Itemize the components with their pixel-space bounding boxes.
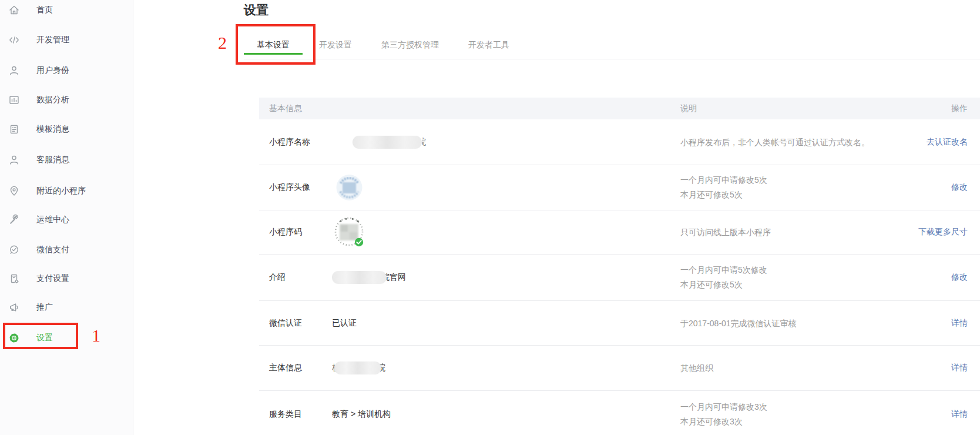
sidebar-item-label: 开发管理 (36, 35, 69, 45)
sidebar-item-dev-management[interactable]: 开发管理 (0, 30, 133, 50)
tab-basic-settings[interactable]: 基本设置 (244, 32, 303, 59)
wechat-pay-icon (8, 244, 20, 256)
row-description: 其他组织 (680, 361, 713, 376)
row-label: 主体信息 (269, 363, 302, 373)
sidebar-item-wechat-pay[interactable]: 微信支付 (0, 240, 133, 260)
table-row-wechat-verification: 微信认证 已认证 于2017-08-01完成微信认证审核 详情 (259, 301, 980, 346)
sidebar-item-label: 推广 (36, 302, 53, 313)
sidebar-item-label: 支付设置 (36, 273, 69, 284)
table-header: 基本信息 说明 操作 (259, 98, 980, 119)
page-title: 设置 (244, 2, 269, 18)
tab-developer-tools[interactable]: 开发者工具 (455, 32, 522, 59)
wrench-icon (8, 214, 20, 226)
category-details-link[interactable]: 详情 (951, 409, 968, 420)
payment-settings-icon (8, 273, 20, 285)
table-row-entity-info: 主体信息 杭院 其他组织 详情 (259, 346, 980, 391)
sidebar-item-data-analysis[interactable]: 数据分析 (0, 90, 133, 110)
sidebar-item-label: 模板消息 (36, 124, 69, 135)
megaphone-icon (8, 302, 20, 313)
sidebar-item-customer-service[interactable]: 客服消息 (0, 150, 133, 170)
table-row-miniprogram-name: 小程序名称 院 小程序发布后，非个人类帐号可通过认证方式改名。 去认证改名 (259, 119, 980, 165)
table-row-miniprogram-avatar: 小程序头像 一个月内可申请修改5次 本月还可修改5次 修改 (259, 165, 980, 210)
tab-bar-divider (244, 59, 980, 59)
qrcode-blurred (333, 216, 365, 248)
sidebar-item-ops-center[interactable]: 运维中心 (0, 210, 133, 230)
customer-service-icon (8, 154, 20, 166)
row-description: 小程序发布后，非个人类帐号可通过认证方式改名。 (680, 135, 870, 149)
sidebar: 首页 开发管理 用户身份 数据分析 模板消息 (0, 0, 133, 435)
blurred-intro-pill (332, 271, 387, 284)
table-row-introduction: 介绍 院官网 一个月内可申请5次修改 本月还可修改5次 修改 (259, 255, 980, 301)
template-message-icon (8, 123, 20, 135)
service-category-value: 教育 > 培训机构 (332, 409, 391, 420)
home-icon (8, 4, 20, 16)
basic-info-table: 基本信息 说明 操作 小程序名称 院 小程序发布后，非个人类帐号可通过认证方式改… (259, 98, 980, 435)
miniprogram-avatar-image (336, 175, 363, 201)
chart-icon (8, 94, 20, 106)
go-verify-rename-link[interactable]: 去认证改名 (927, 137, 968, 148)
sidebar-item-label: 用户身份 (36, 65, 69, 76)
wechat-mp-settings-page: 首页 开发管理 用户身份 数据分析 模板消息 (0, 0, 980, 435)
entity-details-link[interactable]: 详情 (951, 363, 968, 373)
annotation-number-2: 2 (218, 34, 227, 52)
tab-dev-settings[interactable]: 开发设置 (306, 32, 365, 59)
annotation-number-1: 1 (92, 327, 100, 344)
sidebar-item-label: 微信支付 (36, 245, 69, 255)
sidebar-item-label: 附近的小程序 (36, 186, 86, 196)
sidebar-item-promotion[interactable]: 推广 (0, 297, 133, 317)
blurred-name-pill (353, 136, 422, 149)
table-row-service-category: 服务类目 教育 > 培训机构 一个月内可申请修改3次 本月还可修改3次 详情 (259, 391, 980, 435)
sidebar-item-settings[interactable]: 设置 (0, 328, 133, 348)
sidebar-item-payment-settings[interactable]: 支付设置 (0, 269, 133, 289)
introduction-masked-value: 院官网 (332, 271, 406, 284)
row-description: 只可访问线上版本小程序 (680, 225, 771, 240)
row-description: 一个月内可申请5次修改 本月还可修改5次 (680, 263, 767, 292)
table-header-desc: 说明 (680, 103, 697, 114)
row-description: 于2017-08-01完成微信认证审核 (680, 316, 797, 330)
verification-details-link[interactable]: 详情 (951, 318, 968, 329)
location-icon (8, 185, 20, 197)
modify-introduction-link[interactable]: 修改 (951, 272, 968, 283)
miniprogram-name-masked-value: 院 (332, 136, 427, 149)
modify-avatar-link[interactable]: 修改 (951, 182, 968, 193)
row-label: 小程序头像 (269, 182, 310, 193)
tab-bar: 基本设置 开发设置 第三方授权管理 开发者工具 (244, 32, 526, 59)
sidebar-item-label: 运维中心 (36, 215, 69, 225)
row-label: 介绍 (269, 272, 286, 283)
verification-status: 已认证 (332, 318, 357, 329)
row-label: 小程序码 (269, 227, 302, 237)
table-row-miniprogram-code: 小程序码 只可访问线上版本小程序 下载更多尺寸 (259, 210, 980, 255)
sidebar-item-user-identity[interactable]: 用户身份 (0, 61, 133, 81)
avatar-blurred-emblem (336, 175, 363, 201)
row-description: 一个月内可申请修改3次 本月还可修改3次 (680, 400, 767, 429)
entity-masked-value: 杭院 (332, 362, 385, 374)
row-label: 服务类目 (269, 409, 302, 420)
table-header-action: 操作 (951, 103, 968, 114)
tab-third-party-auth[interactable]: 第三方授权管理 (368, 32, 452, 59)
code-icon (8, 34, 20, 46)
sidebar-item-home[interactable]: 首页 (0, 0, 133, 20)
sidebar-item-label: 数据分析 (36, 95, 69, 105)
sidebar-item-label: 设置 (36, 333, 53, 343)
table-header-info: 基本信息 (269, 103, 302, 114)
sidebar-item-nearby-miniprogram[interactable]: 附近的小程序 (0, 181, 133, 201)
sidebar-item-label: 首页 (36, 5, 53, 15)
blurred-entity-pill (334, 362, 381, 374)
sidebar-item-template-message[interactable]: 模板消息 (0, 119, 133, 139)
sidebar-item-label: 客服消息 (36, 155, 69, 165)
row-description: 一个月内可申请修改5次 本月还可修改5次 (680, 173, 767, 202)
row-label: 微信认证 (269, 318, 302, 329)
download-more-sizes-link[interactable]: 下载更多尺寸 (918, 227, 968, 237)
miniprogram-qrcode-image (333, 216, 365, 248)
gear-icon (8, 332, 20, 344)
row-label: 小程序名称 (269, 137, 310, 148)
user-icon (8, 65, 20, 76)
